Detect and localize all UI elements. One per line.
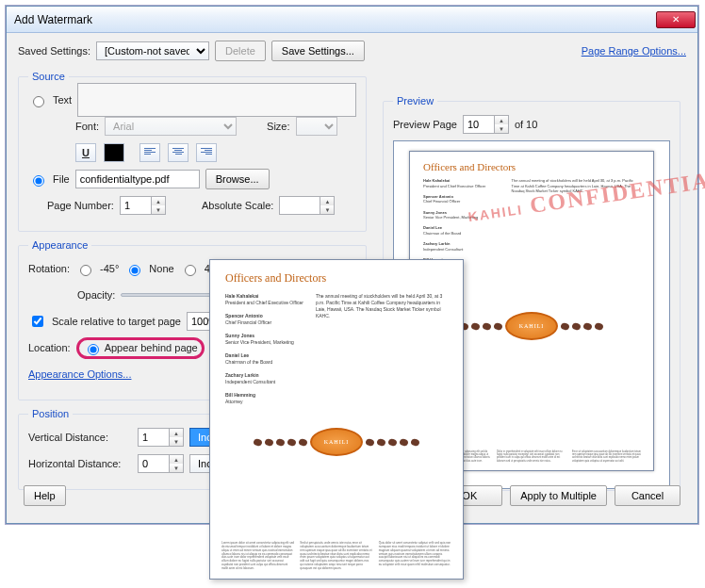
align-left-button[interactable] <box>139 143 160 162</box>
rot-none-radio[interactable] <box>129 265 140 276</box>
align-right-button[interactable] <box>196 143 217 162</box>
file-path-input[interactable] <box>75 170 200 188</box>
saved-settings-select[interactable]: [Custom-not saved] <box>96 41 209 60</box>
hdist-stepper[interactable]: ▲▼ <box>138 454 184 473</box>
page-number-stepper[interactable]: ▲▼ <box>120 196 166 215</box>
appearance-options-link[interactable]: Appearance Options... <box>28 368 131 380</box>
text-color-button[interactable] <box>104 143 124 162</box>
titlebar: Add Watermark ✕ <box>7 7 697 33</box>
align-center-button[interactable] <box>168 143 189 162</box>
source-file-label: File <box>53 173 70 185</box>
preview-of-label: of 10 <box>515 119 537 130</box>
location-behind-radio[interactable] <box>88 344 99 355</box>
source-text-radio[interactable] <box>33 96 44 107</box>
abs-scale-stepper[interactable]: ▲▼ <box>279 196 335 215</box>
source-text-label: Text <box>53 94 72 106</box>
rot-m45-radio[interactable] <box>80 265 91 276</box>
kahili-logo: KAHILI <box>505 312 558 340</box>
source-file-radio[interactable] <box>33 175 44 187</box>
preview-page-stepper[interactable]: ▲▼ <box>463 115 509 134</box>
location-behind-option[interactable]: Appear behind page <box>76 337 205 359</box>
scale-relative-label: Scale relative to target page <box>52 316 181 327</box>
cancel-button[interactable]: Cancel <box>615 485 680 506</box>
save-settings-button[interactable]: Save Settings... <box>271 41 365 61</box>
page-heading: Officers and Directors <box>423 161 640 172</box>
watermark-text-input <box>77 83 356 117</box>
size-label: Size: <box>267 121 289 132</box>
floating-page-preview: Officers and Directors Hale KahalekaiPre… <box>209 259 464 580</box>
hdist-label: Horizontal Distance: <box>28 458 132 469</box>
close-button[interactable]: ✕ <box>656 11 696 28</box>
officers-list: Hale KahalekaiPresident and Chief Execut… <box>423 178 502 268</box>
delete-button: Delete <box>215 41 266 61</box>
browse-button[interactable]: Browse... <box>205 169 270 189</box>
font-select: Arial <box>105 117 237 136</box>
preview-page-label: Preview Page <box>393 119 457 130</box>
meeting-blurb: The annual meeting of stockholders will … <box>512 178 640 268</box>
help-button[interactable]: Help <box>24 485 66 506</box>
rotation-label: Rotation: <box>28 263 70 274</box>
source-group: Source Text Font: Arial Size: U <box>18 71 367 232</box>
vdist-label: Vertical Distance: <box>28 432 132 443</box>
underline-button[interactable]: U <box>75 143 96 162</box>
apply-multiple-button[interactable]: Apply to Multiple <box>510 485 607 506</box>
rot-45-radio[interactable] <box>185 265 196 276</box>
size-select <box>296 117 337 136</box>
page-range-link[interactable]: Page Range Options... <box>582 45 686 57</box>
font-label: Font: <box>75 121 99 132</box>
opacity-label: Opacity: <box>77 289 115 301</box>
window-title: Add Watermark <box>14 13 656 26</box>
page-number-label: Page Number: <box>47 200 114 211</box>
saved-settings-label: Saved Settings: <box>18 45 90 57</box>
scale-relative-check[interactable] <box>32 316 43 327</box>
vdist-stepper[interactable]: ▲▼ <box>138 428 184 447</box>
location-label: Location: <box>28 342 71 353</box>
abs-scale-label: Absolute Scale: <box>202 200 273 211</box>
